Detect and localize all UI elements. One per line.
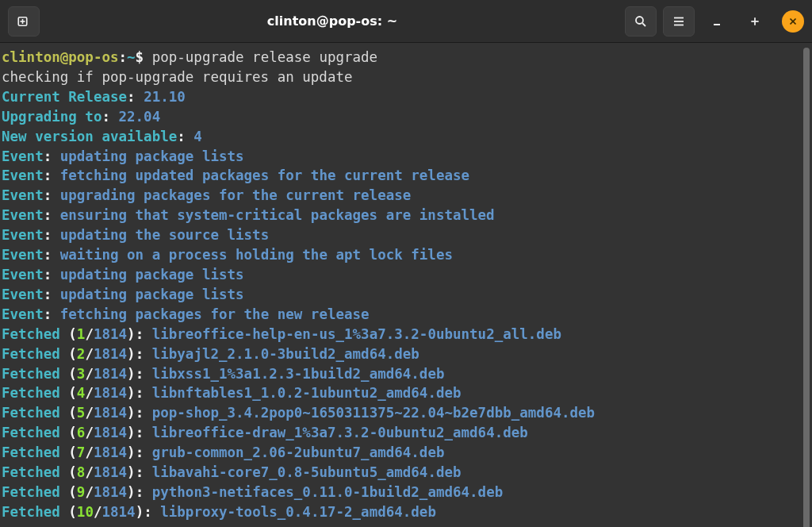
event-line: Event: updating package lists	[2, 285, 810, 305]
event-line: Event: upgrading packages for the curren…	[2, 186, 810, 206]
prompt-line: clinton@pop-os:~$ pop-upgrade release up…	[2, 48, 810, 67]
maximize-button[interactable]	[739, 6, 771, 37]
fetch-line: Fetched (6/1814): libreoffice-draw_1%3a7…	[2, 423, 810, 443]
event-line: Event: fetching updated packages for the…	[2, 166, 810, 186]
event-line: Event: fetching packages for the new rel…	[2, 305, 810, 325]
terminal-window: clinton@pop-os: ~	[0, 0, 812, 527]
menu-button[interactable]	[663, 6, 695, 37]
fetch-line: Fetched (8/1814): libavahi-core7_0.8-5ub…	[2, 463, 810, 483]
window-title: clinton@pop-os: ~	[46, 13, 619, 29]
fetch-line: Fetched (9/1814): python3-netifaces_0.11…	[2, 483, 810, 502]
svg-point-3	[636, 17, 643, 24]
output-line: checking if pop-upgrade requires an upda…	[2, 67, 810, 87]
terminal-output: clinton@pop-os:~$ pop-upgrade release up…	[2, 48, 810, 522]
event-line: Event: ensuring that system-critical pac…	[2, 206, 810, 225]
titlebar: clinton@pop-os: ~	[0, 0, 812, 43]
event-line: Event: waiting on a process holding the …	[2, 245, 810, 265]
fetch-line: Fetched (2/1814): libyajl2_2.1.0-3build2…	[2, 344, 810, 364]
close-button[interactable]	[782, 10, 804, 33]
fetch-line: Fetched (10/1814): libproxy-tools_0.4.17…	[2, 502, 810, 522]
event-line: Event: updating the source lists	[2, 225, 810, 245]
fetch-line: Fetched (5/1814): pop-shop_3.4.2pop0~165…	[2, 403, 810, 423]
kv-line: Current Release: 21.10	[2, 87, 810, 107]
fetch-line: Fetched (7/1814): grub-common_2.06-2ubun…	[2, 443, 810, 463]
search-button[interactable]	[625, 6, 657, 37]
kv-line: New version available: 4	[2, 127, 810, 147]
fetch-line: Fetched (3/1814): libxss1_1%3a1.2.3-1bui…	[2, 364, 810, 384]
kv-line: Upgrading to: 22.04	[2, 107, 810, 127]
event-line: Event: updating package lists	[2, 265, 810, 285]
scrollbar[interactable]	[803, 48, 810, 527]
svg-line-4	[642, 23, 645, 26]
minimize-button[interactable]	[701, 6, 733, 37]
event-line: Event: updating package lists	[2, 147, 810, 167]
fetch-line: Fetched (1/1814): libreoffice-help-en-us…	[2, 325, 810, 344]
new-tab-button[interactable]	[8, 6, 40, 37]
fetch-line: Fetched (4/1814): libnftables1_1.0.2-1ub…	[2, 383, 810, 403]
terminal-body[interactable]: clinton@pop-os:~$ pop-upgrade release up…	[0, 43, 812, 527]
